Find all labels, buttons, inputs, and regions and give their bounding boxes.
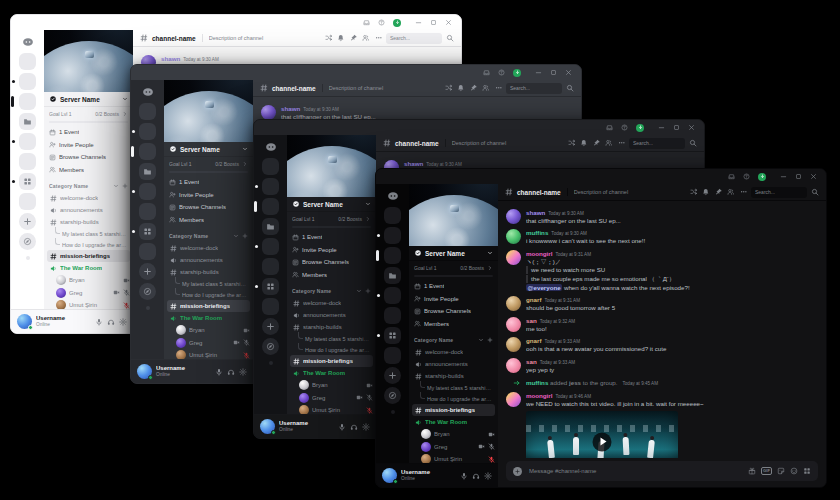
- update-icon[interactable]: [513, 69, 521, 77]
- more-icon[interactable]: [618, 139, 626, 147]
- settings-gear-icon[interactable]: [484, 472, 492, 480]
- message-avatar[interactable]: [506, 358, 521, 373]
- help-icon[interactable]: [498, 69, 505, 76]
- server-folder-icon[interactable]: [19, 113, 36, 130]
- voice-user[interactable]: Bryan: [56, 274, 130, 287]
- channel-announcements[interactable]: announcements: [47, 204, 130, 216]
- pin-icon[interactable]: [470, 84, 478, 92]
- server-icon[interactable]: [262, 258, 279, 275]
- bell-icon[interactable]: [580, 139, 588, 147]
- server-folder-grid[interactable]: [262, 278, 279, 295]
- message-author[interactable]: muffins: [526, 229, 548, 237]
- server-icon[interactable]: [262, 158, 279, 175]
- close-icon[interactable]: [445, 19, 452, 26]
- sidebar-item-browse-channels[interactable]: Browse Channels: [287, 256, 376, 269]
- server-icon[interactable]: [139, 123, 156, 140]
- search-input[interactable]: [506, 83, 562, 94]
- server-folder-grid[interactable]: [19, 173, 36, 190]
- category-header[interactable]: Category Name: [44, 179, 133, 192]
- update-icon[interactable]: [636, 124, 644, 132]
- message-author[interactable]: shawn: [526, 209, 545, 217]
- maximize-icon[interactable]: [430, 19, 437, 26]
- minimize-icon[interactable]: [658, 124, 665, 131]
- channel-mission-briefings[interactable]: mission-briefings: [167, 300, 250, 312]
- message-author[interactable]: shawn: [281, 105, 300, 113]
- add-server-button[interactable]: [262, 318, 279, 335]
- sidebar-item-members[interactable]: Members: [409, 318, 498, 331]
- update-icon[interactable]: [393, 19, 401, 27]
- headphones-icon[interactable]: [472, 472, 480, 480]
- maximize-icon[interactable]: [673, 124, 680, 131]
- server-header[interactable]: Server Name: [44, 92, 133, 107]
- server-icon[interactable]: [384, 227, 401, 244]
- thread-item[interactable]: My latest class 5 starship bui...: [53, 228, 130, 239]
- discord-logo-icon[interactable]: [139, 83, 156, 100]
- voice-channel-war-room[interactable]: The War Room: [47, 262, 130, 274]
- help-icon[interactable]: [743, 173, 750, 180]
- server-icon[interactable]: [139, 243, 156, 260]
- sidebar-item-events[interactable]: 1 Event: [164, 176, 253, 189]
- voice-channel-war-room[interactable]: The War Room: [290, 367, 373, 379]
- sidebar-item-invite-people[interactable]: Invite People: [164, 189, 253, 202]
- sidebar-item-browse-channels[interactable]: Browse Channels: [44, 151, 133, 164]
- search-input[interactable]: [386, 33, 442, 44]
- voice-user[interactable]: Bryan: [421, 428, 495, 441]
- more-icon[interactable]: [375, 34, 383, 42]
- channel-announcements[interactable]: announcements: [290, 309, 373, 321]
- server-icon[interactable]: [384, 307, 401, 324]
- category-header[interactable]: Category Name: [287, 284, 376, 297]
- pin-icon[interactable]: [350, 34, 358, 42]
- voice-user[interactable]: Bryan: [176, 324, 250, 337]
- sidebar-item-invite-people[interactable]: Invite People: [409, 293, 498, 306]
- server-icon[interactable]: [139, 203, 156, 220]
- server-icon[interactable]: [19, 93, 36, 110]
- server-icon[interactable]: [19, 193, 36, 210]
- inbox-icon[interactable]: [606, 124, 613, 131]
- avatar[interactable]: [382, 468, 397, 483]
- message-avatar[interactable]: [506, 209, 521, 224]
- server-icon[interactable]: [262, 238, 279, 255]
- mention[interactable]: @everyone: [526, 284, 562, 291]
- add-channel-icon[interactable]: [122, 183, 128, 189]
- bell-icon[interactable]: [702, 188, 710, 196]
- channel-announcements[interactable]: announcements: [167, 254, 250, 266]
- pin-icon[interactable]: [715, 188, 723, 196]
- server-icon[interactable]: [19, 153, 36, 170]
- thread-item[interactable]: How do I upgrade the armor...: [418, 393, 495, 404]
- server-icon[interactable]: [139, 103, 156, 120]
- message-author[interactable]: moongirl: [526, 250, 552, 258]
- threads-icon[interactable]: [445, 84, 453, 92]
- maximize-icon[interactable]: [795, 173, 802, 180]
- message-list[interactable]: shawnToday at 9:30 AMthat cliffhanger on…: [498, 201, 826, 458]
- thread-item[interactable]: How do I upgrade the armor...: [53, 239, 130, 250]
- voice-user[interactable]: Bryan: [299, 379, 373, 392]
- boost-goal-row[interactable]: Goal Lvl 1 0/2 Boosts: [164, 157, 253, 171]
- sidebar-item-invite-people[interactable]: Invite People: [287, 244, 376, 257]
- discord-logo-icon[interactable]: [19, 33, 36, 50]
- channel-welcome-dock[interactable]: welcome-dock: [290, 297, 373, 309]
- server-icon[interactable]: [19, 53, 36, 70]
- message-avatar[interactable]: [261, 105, 276, 120]
- server-folder-grid[interactable]: [384, 327, 401, 344]
- boost-goal-row[interactable]: Goal Lvl 1 0/2 Boosts: [409, 261, 498, 275]
- gift-icon[interactable]: [748, 467, 756, 475]
- server-header[interactable]: Server Name: [164, 142, 253, 157]
- voice-user[interactable]: Greg: [299, 392, 373, 405]
- voice-user[interactable]: Greg: [176, 337, 250, 350]
- voice-channel-war-room[interactable]: The War Room: [412, 416, 495, 428]
- member-list-icon[interactable]: [482, 84, 490, 92]
- channel-welcome-dock[interactable]: welcome-dock: [412, 346, 495, 358]
- emoji-icon[interactable]: [790, 467, 798, 475]
- member-list-icon[interactable]: [727, 188, 735, 196]
- user-info[interactable]: Username Online: [156, 365, 211, 377]
- search-icon[interactable]: [446, 34, 454, 42]
- explore-servers-button[interactable]: [384, 387, 401, 404]
- inbox-icon[interactable]: [483, 69, 490, 76]
- explore-servers-button[interactable]: [262, 338, 279, 355]
- voice-channel-war-room[interactable]: The War Room: [167, 312, 250, 324]
- message-avatar[interactable]: [506, 250, 521, 265]
- boost-goal-row[interactable]: Goal Lvl 1 0/2 Boosts: [287, 212, 376, 226]
- apps-icon[interactable]: [803, 467, 811, 475]
- gif-icon[interactable]: GIF: [761, 467, 772, 475]
- sidebar-item-members[interactable]: Members: [164, 214, 253, 227]
